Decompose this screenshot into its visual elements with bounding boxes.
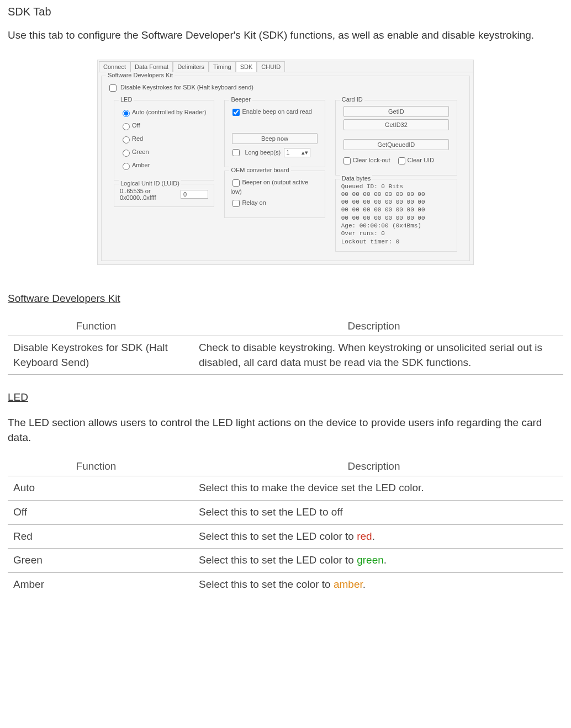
clear-lockout-label: Clear lock-out [353, 157, 390, 163]
group-luid: Logical Unit ID (LUID) 0..65535 or 0x000… [114, 184, 214, 207]
databytes-lockout: Lockout timer: 0 [341, 238, 451, 246]
getid-button[interactable]: GetID [343, 106, 449, 117]
sdk-table: Function Description Disable Keystrokes … [8, 317, 563, 375]
long-beep-spinner[interactable]: 1▴▾ [284, 148, 310, 157]
databytes-overruns: Over runs: 0 [341, 230, 451, 237]
group-oem-title: OEM converter board [229, 167, 290, 173]
led-row-auto-desc: Select this to make the device set the L… [184, 476, 563, 501]
databytes-row2: 00 00 00 00 00 00 00 00 [341, 198, 451, 206]
tab-sdk[interactable]: SDK [236, 61, 257, 72]
sdk-row1-desc: Check to disable keystroking. When keyst… [184, 336, 563, 374]
led-amber-radio[interactable] [123, 163, 130, 170]
table-row: Amber Select this to set the color to am… [8, 572, 563, 596]
led-green-radio[interactable] [123, 150, 130, 157]
group-led: LED Auto (controlled by Reader) Off Red … [114, 100, 214, 180]
led-table: Function Description Auto Select this to… [8, 457, 563, 596]
databytes-row3: 00 00 00 00 00 00 00 00 [341, 206, 451, 214]
getqueuedid-button[interactable]: GetQueuedID [343, 139, 449, 150]
dialog-tabs: Connect Data Format Delimiters Timing SD… [98, 60, 473, 72]
led-row-auto-fn: Auto [8, 476, 184, 501]
clear-uid-label: Clear UID [408, 157, 434, 163]
group-sdk: Software Developers Kit Disable Keystrok… [101, 76, 470, 261]
led-row-off-desc: Select this to set the LED to off [184, 500, 563, 524]
led-amber-label: Amber [132, 162, 150, 168]
led-table-header-description: Description [184, 457, 563, 476]
page-heading: SDK Tab [8, 6, 563, 18]
led-auto-radio[interactable] [123, 110, 130, 117]
tab-chuid[interactable]: CHUID [257, 61, 285, 72]
enable-beep-label: Enable beep on card read [242, 108, 312, 115]
group-oem: OEM converter board Beeper on (output ac… [224, 171, 325, 218]
clear-uid-checkbox[interactable] [398, 157, 405, 164]
luid-range: 0..65535 or 0x0000..0xffff [120, 188, 175, 201]
led-row-amber-fn: Amber [8, 572, 184, 596]
led-row-green-fn: Green [8, 549, 184, 573]
long-beep-checkbox[interactable] [232, 149, 240, 156]
sdk-dialog: Connect Data Format Delimiters Timing SD… [97, 60, 474, 265]
tab-timing[interactable]: Timing [209, 61, 236, 72]
sdk-table-header-function: Function [8, 317, 184, 336]
dialog-screenshot: Connect Data Format Delimiters Timing SD… [8, 60, 563, 265]
led-table-header-function: Function [8, 457, 184, 476]
group-beeper-title: Beeper [229, 96, 252, 103]
led-row-green-desc: Select this to set the LED color to gree… [184, 549, 563, 573]
databytes-row1: 00 00 00 00 00 00 00 00 [341, 190, 451, 198]
led-auto-label: Auto (controlled by Reader) [132, 109, 207, 115]
led-row-red-desc: Select this to set the LED color to red. [184, 524, 563, 549]
led-green-label: Green [132, 148, 149, 155]
led-off-label: Off [132, 122, 140, 129]
databytes-queued: Queued ID: 0 Bits [341, 183, 451, 190]
led-section-intro: The LED section allows users to control … [8, 416, 563, 445]
tab-connect[interactable]: Connect [99, 61, 130, 72]
databytes-age: Age: 00:00:00 (0x4Bms) [341, 222, 451, 230]
beep-now-button[interactable]: Beep now [232, 133, 317, 144]
group-databytes: Data bytes Queued ID: 0 Bits 00 00 00 00… [335, 179, 457, 252]
databytes-row4: 00 00 00 00 00 00 00 00 [341, 214, 451, 222]
oem-relay-checkbox[interactable] [232, 200, 240, 207]
oem-beeper-label: Beeper on (output active low) [230, 179, 308, 195]
led-section-heading: LED [8, 391, 563, 403]
led-red-label: Red [132, 135, 143, 142]
group-cardid: Card ID GetID GetID32 GetQueuedID Clear … [335, 100, 457, 176]
led-off-radio[interactable] [123, 123, 130, 130]
led-row-off-fn: Off [8, 500, 184, 524]
tab-data-format[interactable]: Data Format [130, 61, 173, 72]
disable-keystrokes-label: Disable Keystrokes for SDK (Halt keyboar… [120, 84, 253, 91]
group-cardid-title: Card ID [340, 96, 364, 103]
table-row: Disable Keystrokes for SDK (Halt Keyboar… [8, 336, 563, 374]
tab-delimiters[interactable]: Delimiters [173, 61, 209, 72]
sdk-table-header-description: Description [184, 317, 563, 336]
led-red-radio[interactable] [123, 136, 130, 144]
enable-beep-checkbox[interactable] [232, 109, 240, 116]
clear-lockout-checkbox[interactable] [343, 157, 351, 164]
group-luid-title: Logical Unit ID (LUID) [119, 180, 181, 187]
group-beeper: Beeper Enable beep on card read Beep now… [224, 100, 325, 167]
table-row: Red Select this to set the LED color to … [8, 524, 563, 549]
table-row: Auto Select this to make the device set … [8, 476, 563, 501]
sdk-section-heading: Software Developers Kit [8, 293, 563, 305]
group-led-title: LED [119, 96, 134, 103]
oem-beeper-checkbox[interactable] [232, 179, 240, 187]
getid32-button[interactable]: GetID32 [343, 119, 449, 130]
table-row: Off Select this to set the LED to off [8, 500, 563, 524]
page-intro: Use this tab to configure the Software D… [8, 28, 563, 43]
disable-keystrokes-checkbox[interactable] [109, 84, 117, 92]
sdk-row1-fn: Disable Keystrokes for SDK (Halt Keyboar… [8, 336, 184, 374]
oem-relay-label: Relay on [242, 199, 266, 206]
group-sdk-title: Software Developers Kit [106, 72, 175, 78]
group-databytes-title: Data bytes [340, 175, 373, 182]
long-beep-label: Long beep(s) [245, 149, 281, 156]
luid-input[interactable]: 0 [181, 190, 208, 199]
led-row-red-fn: Red [8, 524, 184, 549]
led-row-amber-desc: Select this to set the color to amber. [184, 572, 563, 596]
table-row: Green Select this to set the LED color t… [8, 549, 563, 573]
